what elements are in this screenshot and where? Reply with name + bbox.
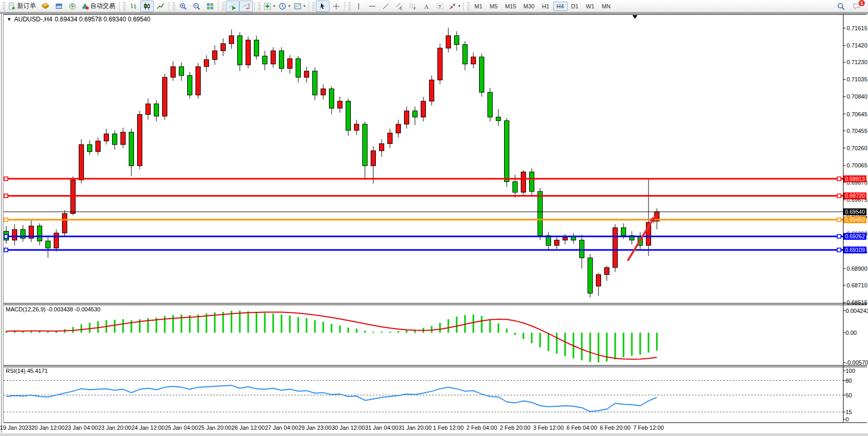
- auto-scroll-button[interactable]: [226, 1, 239, 12]
- macd-bar: [289, 316, 291, 333]
- svg-text:0.71615: 0.71615: [847, 25, 867, 31]
- zoom-out-button[interactable]: [190, 1, 203, 12]
- text-label-button[interactable]: T: [433, 1, 447, 12]
- candle: [54, 229, 59, 251]
- timeframe-m30-button[interactable]: M30: [520, 2, 538, 11]
- timeframe-w1-button[interactable]: W1: [582, 2, 598, 11]
- navigator-button[interactable]: [52, 1, 66, 12]
- crosshair-button[interactable]: [329, 1, 343, 12]
- equidistant-channel-icon: E: [395, 2, 404, 10]
- periods-button[interactable]: ▾: [277, 1, 292, 12]
- line-chart-icon: [156, 2, 165, 10]
- chevron-down-icon[interactable]: ▾: [273, 4, 275, 8]
- tile-windows-icon: [206, 2, 214, 10]
- candlestick-button[interactable]: [140, 1, 154, 12]
- macd-bar: [389, 332, 391, 333]
- price-label: 0.69540: [843, 209, 866, 215]
- fibonacci-icon: F: [409, 2, 417, 10]
- autotrading-button[interactable]: 自动交易: [79, 1, 118, 12]
- macd-bar: [306, 318, 308, 333]
- line-handle[interactable]: [837, 194, 841, 198]
- tile-windows-button[interactable]: [203, 1, 217, 12]
- toolbar-separator: [254, 2, 255, 11]
- timeframe-m5-button[interactable]: M5: [486, 2, 501, 11]
- svg-text:0.71230: 0.71230: [847, 59, 867, 65]
- svg-text:0.68515: 0.68515: [847, 299, 867, 306]
- line-handle[interactable]: [837, 218, 841, 222]
- line-handle[interactable]: [4, 248, 8, 252]
- new-order-button[interactable]: 新订单: [6, 1, 39, 12]
- rsi-label: RSI(14) 45.4171: [6, 368, 48, 374]
- line-handle[interactable]: [4, 194, 8, 198]
- arrows-button[interactable]: ▾: [447, 1, 462, 12]
- chevron-down-icon[interactable]: ▾: [288, 4, 290, 8]
- svg-text:0.69913: 0.69913: [845, 176, 865, 182]
- line-handle[interactable]: [837, 235, 841, 238]
- chevron-down-icon[interactable]: ▾: [458, 4, 460, 8]
- svg-text:0.68710: 0.68710: [847, 282, 867, 288]
- candle: [438, 44, 443, 84]
- svg-text:6 Feb 04:00: 6 Feb 04:00: [567, 425, 597, 431]
- candle: [346, 99, 351, 136]
- vertical-line-button[interactable]: [352, 1, 365, 12]
- candle: [505, 118, 509, 187]
- bar-chart-button[interactable]: [127, 1, 140, 12]
- search-button[interactable]: [834, 1, 848, 12]
- timeframe-h4-button[interactable]: H4: [553, 2, 568, 11]
- cursor-button[interactable]: [316, 1, 329, 12]
- timeframe-mn-button[interactable]: MN: [598, 2, 614, 11]
- chevron-down-icon[interactable]: ▾: [303, 4, 305, 8]
- macd-bar: [590, 333, 591, 362]
- svg-text:0.69450: 0.69450: [845, 216, 865, 223]
- line-handle[interactable]: [837, 177, 841, 180]
- fibonacci-button[interactable]: F: [406, 1, 420, 12]
- trendline-button[interactable]: [379, 1, 393, 12]
- line-handle[interactable]: [4, 177, 8, 180]
- svg-text:A: A: [424, 3, 429, 10]
- svg-text:3 Feb 12:00: 3 Feb 12:00: [533, 425, 564, 431]
- svg-text:31 Jan 04:00: 31 Jan 04:00: [365, 425, 398, 431]
- horizontal-line-icon: [368, 2, 376, 10]
- templates-button[interactable]: ▾: [292, 1, 307, 12]
- svg-text:0.69109: 0.69109: [845, 247, 865, 253]
- macd-bar: [506, 329, 508, 333]
- horizontal-line-button[interactable]: [365, 1, 379, 12]
- line-chart-button[interactable]: [154, 1, 167, 12]
- svg-text:▼: ▼: [7, 17, 11, 22]
- market-watch-button[interactable]: [39, 1, 52, 12]
- svg-text:0: 0: [846, 416, 849, 422]
- candlestick-icon: [143, 2, 151, 10]
- svg-text:7 Feb 12:00: 7 Feb 12:00: [633, 425, 664, 431]
- notifications-button[interactable]: 1: [850, 1, 863, 12]
- candle: [488, 88, 493, 122]
- toolbar-grip: [348, 2, 351, 10]
- svg-text:0.69720: 0.69720: [845, 192, 865, 199]
- indicators-button[interactable]: ▾: [262, 1, 277, 12]
- svg-text:0.71035: 0.71035: [847, 76, 867, 82]
- macd-bar: [81, 324, 82, 333]
- line-handle[interactable]: [837, 248, 841, 252]
- timeframe-m1-button[interactable]: M1: [471, 2, 486, 11]
- macd-bar: [615, 333, 616, 359]
- terminal-button[interactable]: [66, 1, 79, 12]
- timeframe-m15-button[interactable]: M15: [502, 2, 520, 11]
- timeframe-h1-button[interactable]: H1: [538, 2, 553, 11]
- toolbar-separator: [218, 2, 219, 11]
- line-handle[interactable]: [4, 235, 8, 238]
- timeframe-d1-button[interactable]: D1: [568, 2, 582, 11]
- text-button[interactable]: A: [420, 1, 433, 12]
- toolbar-separator: [309, 2, 310, 11]
- zoom-in-icon: [179, 2, 187, 10]
- line-handle[interactable]: [4, 218, 8, 222]
- svg-text:50: 50: [846, 392, 852, 398]
- candle: [79, 139, 84, 184]
- chart-shift-button[interactable]: [239, 1, 253, 12]
- macd-bar: [273, 313, 274, 333]
- candle: [613, 224, 618, 272]
- candle: [530, 168, 534, 195]
- equidistant-channel-button[interactable]: E: [393, 1, 406, 12]
- svg-text:0.69540: 0.69540: [845, 209, 865, 215]
- price-label: 0.69109: [843, 247, 866, 253]
- zoom-in-button[interactable]: [176, 1, 190, 12]
- svg-text:AUDUSD-,H4: AUDUSD-,H4: [14, 16, 53, 23]
